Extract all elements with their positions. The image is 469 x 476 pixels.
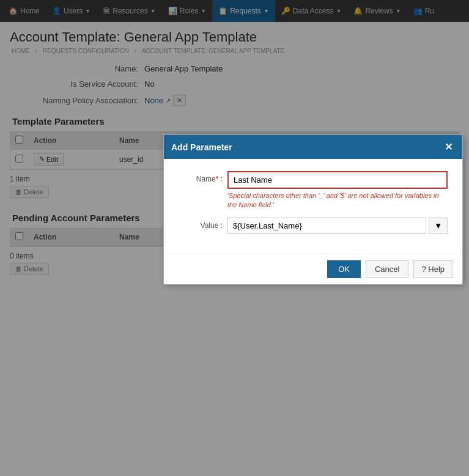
dialog-footer: OK Cancel ? Help <box>164 254 462 284</box>
dialog-value-label: Value : <box>179 218 227 230</box>
add-parameter-dialog: Add Parameter ✕ Name* : 'Special charact… <box>163 134 463 285</box>
dialog-name-input[interactable] <box>227 171 448 189</box>
dialog-value-row: Value : ▼ <box>179 218 448 234</box>
dialog-value-input[interactable] <box>227 218 426 234</box>
dialog-name-row: Name* : 'Special characters other than '… <box>179 171 448 210</box>
dialog-warning-text: 'Special characters other than '_' and '… <box>227 191 448 210</box>
chevron-down-icon: ▼ <box>434 221 442 230</box>
value-dropdown-button[interactable]: ▼ <box>429 218 448 234</box>
ok-button[interactable]: OK <box>327 260 361 278</box>
modal-overlay: Add Parameter ✕ Name* : 'Special charact… <box>0 0 469 476</box>
help-button[interactable]: ? Help <box>413 260 452 278</box>
cancel-button[interactable]: Cancel <box>366 260 408 278</box>
value-input-row: ▼ <box>227 218 448 234</box>
dialog-name-input-wrapper: 'Special characters other than '_' and '… <box>227 171 448 210</box>
dialog-body: Name* : 'Special characters other than '… <box>164 159 462 254</box>
dialog-header: Add Parameter ✕ <box>164 135 462 159</box>
dialog-name-label: Name* : <box>179 171 227 183</box>
dialog-close-button[interactable]: ✕ <box>442 141 455 153</box>
dialog-title: Add Parameter <box>171 142 232 152</box>
dialog-value-input-wrapper: ▼ <box>227 218 448 234</box>
